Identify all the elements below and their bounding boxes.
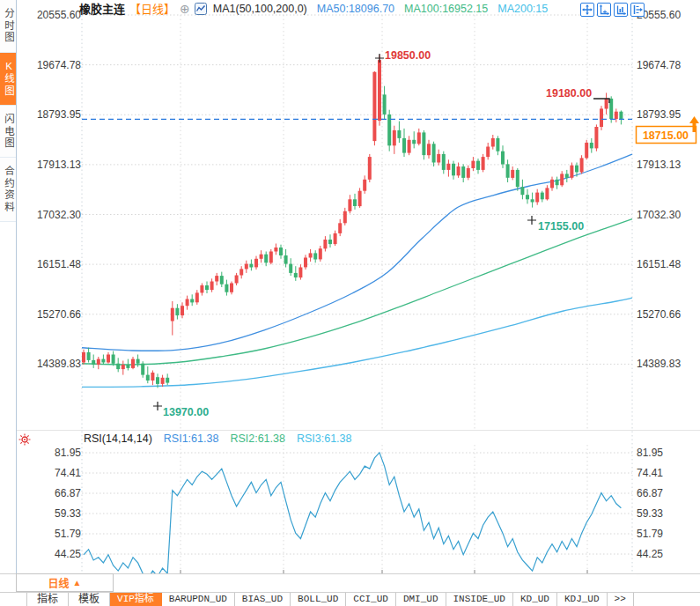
indicator-tab-bar: 指标模板VIP指标BARUPDN_UDBIAS_UDBOLL_UDCCI_UDD… <box>0 592 700 606</box>
main-price-axis-label: 17032.30 <box>637 210 698 220</box>
bottom-tab[interactable]: BIAS_UD <box>235 593 291 606</box>
rsi-axis-label: 44.25 <box>637 549 698 559</box>
bottom-tab[interactable]: VIP指标 <box>110 593 162 606</box>
ma50-value-label: MA50:18096.70 <box>317 3 394 15</box>
bottom-tab[interactable]: KDJ_UD <box>557 593 608 606</box>
collapse-right-icon[interactable] <box>630 3 645 17</box>
ma200-line <box>82 298 632 387</box>
bottom-tab[interactable]: CCI_UD <box>346 593 396 606</box>
rsi-axis-label: 66.87 <box>18 488 81 499</box>
rsi1-value-label: RSI1:61.38 <box>164 432 219 445</box>
main-price-axis-label: 20555.60 <box>637 10 698 20</box>
ma200-value-label: MA200:15 <box>497 3 548 15</box>
period-up-triangle-icon: ▲ <box>73 578 82 588</box>
main-price-axis-label: 14389.83 <box>18 358 81 369</box>
ma-settings-label: MA1(50,100,200,0) <box>213 3 307 15</box>
chart-type-icon[interactable] <box>195 3 207 15</box>
rsi-axis-label: 81.95 <box>637 447 698 458</box>
price-annotation: 17155.00 <box>538 220 584 233</box>
bottom-tab[interactable]: BOLL_UD <box>291 593 346 606</box>
bottom-tab[interactable]: 指标 <box>26 593 69 606</box>
chart-header: 橡胶主连 【日线】 ⊕ MA1(50,100,200,0) MA50:18096… <box>79 1 548 16</box>
sidebar-tab-active[interactable]: K线图 <box>0 53 16 106</box>
expand-circle-plus-icon[interactable]: ⊕ <box>180 3 190 15</box>
rsi2-value-label: RSI2:61.38 <box>230 432 285 445</box>
more-tabs-button[interactable]: >> <box>608 593 634 606</box>
period-tag: 【日线】 <box>129 0 175 17</box>
rsi-axis-label: 44.25 <box>18 549 81 559</box>
panel-separator <box>16 430 700 431</box>
bottom-tab[interactable]: DMI_UD <box>396 593 446 606</box>
bottom-tab[interactable]: INSIDE_UD <box>446 593 513 606</box>
period-selector-button[interactable]: 日线 ▲ <box>16 573 114 592</box>
main-price-axis-label: 19674.78 <box>18 60 81 70</box>
x-axis-row: 日线 ▲ <box>0 573 700 592</box>
bottom-tab[interactable]: KD_UD <box>513 593 557 606</box>
rsi3-value-label: RSI3:61.38 <box>297 432 352 445</box>
rsi-axis-label: 74.41 <box>18 468 81 478</box>
rsi-axis-label: 51.79 <box>637 528 698 539</box>
main-price-axis-label: 17913.13 <box>18 159 81 170</box>
bottom-tab[interactable]: BARUPDN_UD <box>162 593 235 606</box>
period-selector-label: 日线 <box>48 575 70 590</box>
rsi-line <box>84 453 621 579</box>
main-price-axis-label: 17913.13 <box>637 159 698 170</box>
price-annotation: 19850.00 <box>385 49 431 62</box>
axis-pan-icon[interactable] <box>614 3 628 17</box>
ma100-value-label: MA100:16952.15 <box>404 3 488 15</box>
rsi-axis-label: 59.33 <box>18 508 81 519</box>
ma100-line <box>82 219 632 365</box>
main-price-axis-label: 16151.48 <box>637 259 698 270</box>
indicator-settings-sun-icon[interactable] <box>18 433 31 449</box>
svg-text:18715.00: 18715.00 <box>643 129 689 142</box>
left-tab-sidebar: 分时图K线图闪电图合约资料 <box>0 0 17 573</box>
main-price-axis-label: 15270.66 <box>18 309 81 320</box>
main-price-axis-label: 19674.78 <box>637 60 698 70</box>
bottom-tab[interactable]: 模板 <box>69 593 110 606</box>
main-price-axis-label: 18793.95 <box>18 109 81 120</box>
rsi-axis-label: 51.79 <box>18 528 81 539</box>
main-price-axis-label: 18793.95 <box>637 109 698 120</box>
sidebar-tab-item[interactable]: 闪电图 <box>0 106 16 159</box>
instrument-title: 橡胶主连 <box>79 0 125 17</box>
rsi-title: RSI(14,14,14) <box>84 432 152 445</box>
rsi-axis-label: 66.87 <box>637 488 698 499</box>
main-price-axis-label: 16151.48 <box>18 259 81 270</box>
axis-zoom-icon[interactable] <box>597 3 611 17</box>
price-annotation: 19180.00 <box>546 87 592 100</box>
main-price-axis-label: 15270.66 <box>637 309 698 320</box>
price-annotation: 13970.00 <box>163 406 209 418</box>
chart-toolbar <box>580 3 645 17</box>
main-price-axis-label: 20555.60 <box>18 10 81 20</box>
chart-canvas[interactable]: 19850.0019180.0017155.0013970.0018715.00 <box>0 0 700 606</box>
sidebar-tab-item[interactable]: 合约资料 <box>0 158 16 222</box>
main-price-axis-label: 14389.83 <box>637 358 698 369</box>
rsi-axis-label: 74.41 <box>637 468 698 478</box>
rsi-header: RSI(14,14,14) RSI1:61.38 RSI2:61.38 RSI3… <box>84 432 351 445</box>
ma50-line <box>82 154 632 351</box>
rsi-axis-label: 59.33 <box>637 508 698 519</box>
main-price-axis-label: 17032.30 <box>18 210 81 220</box>
sidebar-tab-item[interactable]: 分时图 <box>0 0 16 53</box>
move-icon[interactable] <box>580 3 594 17</box>
kline-app-window: 19850.0019180.0017155.0013970.0018715.00… <box>0 0 700 606</box>
